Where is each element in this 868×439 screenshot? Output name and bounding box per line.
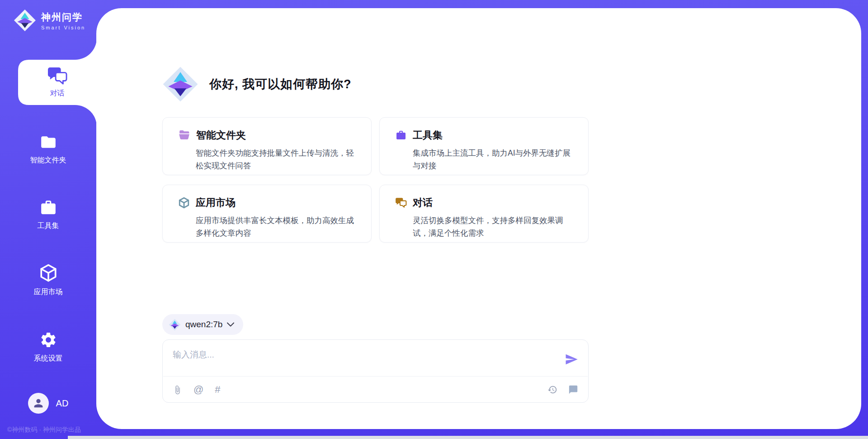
card-title: 智能文件夹	[196, 129, 246, 142]
card-smart-folder[interactable]: 智能文件夹 智能文件夹功能支持批量文件上传与清洗，轻松实现文件问答	[162, 117, 372, 175]
briefcase-icon	[395, 130, 407, 141]
card-title: 工具集	[413, 129, 443, 142]
feature-cards: 智能文件夹 智能文件夹功能支持批量文件上传与清洗，轻松实现文件问答 工具集 集成…	[162, 117, 589, 243]
card-toolset[interactable]: 工具集 集成市场上主流工具，助力AI与外界无缝扩展与对接	[379, 117, 589, 175]
cube-icon	[178, 197, 190, 209]
model-selector[interactable]: qwen2:7b	[162, 314, 243, 335]
user-account[interactable]: AD	[0, 393, 96, 414]
gear-icon	[39, 331, 57, 349]
card-title: 应用市场	[196, 196, 236, 210]
sidebar-item-smart-folder[interactable]: 智能文件夹	[0, 134, 96, 165]
app-logo: 神州问学 Smart Vision	[14, 9, 85, 32]
app-name: 神州问学	[41, 11, 85, 24]
app-subtitle: Smart Vision	[41, 25, 85, 30]
folder-icon	[39, 134, 57, 151]
chat-bubbles-icon	[395, 197, 407, 208]
sidebar-item-label: 智能文件夹	[0, 156, 96, 165]
chat-bubbles-icon	[47, 67, 68, 86]
sidebar-item-app-market[interactable]: 应用市场	[0, 263, 96, 297]
person-icon	[32, 397, 45, 410]
card-description: 灵活切换多模型文件，支持多样回复效果调试，满足个性化需求	[413, 214, 576, 239]
greeting-row: 你好, 我可以如何帮助你?	[162, 66, 589, 103]
avatar	[28, 393, 49, 414]
chevron-down-icon	[227, 322, 234, 327]
message-composer: @ #	[162, 339, 589, 403]
sidebar-item-toolset[interactable]: 工具集	[0, 199, 96, 231]
card-app-market[interactable]: 应用市场 应用市场提供丰富长文本模板，助力高效生成多样化文章内容	[162, 185, 372, 243]
paperclip-icon[interactable]	[173, 385, 182, 395]
diamond-logo-icon	[14, 9, 36, 32]
card-chat[interactable]: 对话 灵活切换多模型文件，支持多样回复效果调试，满足个性化需求	[379, 185, 589, 243]
sidebar-item-label: 工具集	[0, 221, 96, 231]
mention-icon[interactable]: @	[193, 385, 203, 395]
sidebar-footer-text: ©神州数码 · 神州问学出品	[7, 426, 81, 434]
greeting-text: 你好, 我可以如何帮助你?	[209, 76, 352, 92]
chat-bubble-icon[interactable]	[568, 385, 578, 395]
card-description: 应用市场提供丰富长文本模板，助力高效生成多样化文章内容	[196, 214, 359, 239]
diamond-logo-icon	[169, 319, 181, 331]
sidebar-item-label: 应用市场	[0, 287, 96, 297]
card-description: 集成市场上主流工具，助力AI与外界无缝扩展与对接	[413, 147, 576, 172]
folder-open-icon	[178, 130, 190, 141]
sidebar-item-label: 对话	[50, 89, 65, 98]
card-title: 对话	[413, 196, 433, 210]
history-icon[interactable]	[547, 385, 557, 395]
hashtag-icon[interactable]: #	[215, 385, 220, 395]
card-description: 智能文件夹功能支持批量文件上传与清洗，轻松实现文件问答	[196, 147, 359, 172]
composer-toolbar: @ #	[163, 377, 588, 403]
diamond-logo-icon	[162, 66, 198, 102]
sidebar-item-label: 系统设置	[0, 354, 96, 363]
message-input[interactable]	[163, 340, 588, 375]
cube-icon	[39, 263, 58, 282]
sidebar: 神州问学 Smart Vision 对话 智能文件夹 工具集 应用市场	[0, 0, 96, 439]
user-initials: AD	[56, 398, 69, 409]
briefcase-icon	[39, 199, 57, 216]
sidebar-item-chat[interactable]: 对话	[18, 60, 96, 105]
sidebar-item-settings[interactable]: 系统设置	[0, 331, 96, 363]
send-icon[interactable]	[565, 353, 578, 366]
viewport-bottom-edge	[68, 436, 868, 439]
model-name: qwen2:7b	[185, 320, 222, 329]
main-content: 你好, 我可以如何帮助你? 智能文件夹 智能文件夹功能支持批量文件上传与清洗，轻…	[162, 0, 589, 403]
